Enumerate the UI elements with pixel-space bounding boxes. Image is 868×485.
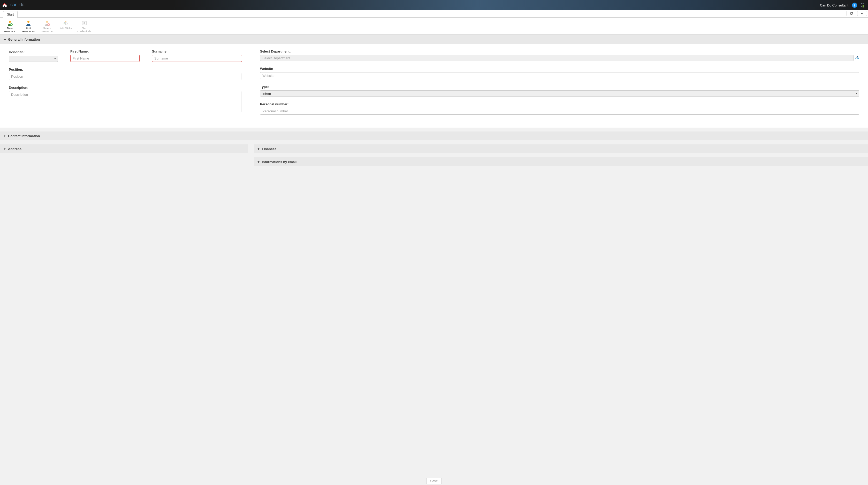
help-button[interactable]: ? — [852, 3, 857, 8]
firstname-label: First Name: — [70, 50, 140, 53]
section-finances: + Finances — [254, 144, 868, 153]
surname-label: Surname: — [152, 50, 242, 53]
svg-point-13 — [64, 23, 65, 24]
delete-resource-label: Delete resource — [42, 27, 53, 33]
plus-icon: + — [4, 147, 6, 151]
department-placeholder: Select Department — [260, 56, 853, 60]
position-input[interactable] — [9, 73, 241, 80]
department-label: Select Department: — [260, 50, 859, 53]
section-address: + Address — [0, 144, 248, 153]
collapse-button[interactable] — [857, 11, 867, 16]
logo: can do — [10, 2, 42, 9]
svg-point-7 — [9, 21, 11, 23]
type-select[interactable]: Intern ▼ — [260, 90, 859, 96]
footer: Save — [0, 477, 868, 485]
svg-text:do: do — [20, 2, 24, 7]
tab-start[interactable]: Start — [3, 11, 18, 18]
home-icon[interactable] — [2, 3, 7, 8]
firstname-input[interactable] — [70, 55, 140, 62]
svg-point-10 — [46, 21, 48, 23]
edit-resources-button[interactable]: Edit resources — [20, 20, 37, 33]
type-value: Intern — [260, 92, 854, 95]
section-general-title: General information — [8, 37, 40, 41]
set-credentials-label: Set credentials — [77, 27, 91, 33]
svg-text:can: can — [10, 2, 17, 7]
svg-rect-16 — [857, 56, 858, 57]
chevron-down-icon: ▼ — [854, 92, 859, 95]
type-label: Type: — [260, 85, 859, 89]
svg-point-5 — [861, 6, 862, 7]
department-select[interactable]: Select Department — [260, 55, 854, 61]
svg-point-9 — [27, 21, 29, 23]
svg-point-4 — [863, 3, 864, 4]
plus-icon: + — [257, 147, 260, 151]
section-finances-header[interactable]: + Finances — [254, 144, 868, 153]
app-header: can do Can Do Consultant ? — [0, 0, 868, 10]
delete-resource-button: Delete resource — [38, 20, 56, 33]
personalnumber-label: Personal number: — [260, 102, 859, 106]
edit-skills-button: Edit Skills — [57, 20, 74, 33]
tab-bar: Start — [0, 10, 868, 18]
section-contact-header[interactable]: + Contact information — [0, 132, 868, 140]
plus-icon: + — [257, 160, 260, 164]
surname-input[interactable] — [152, 55, 242, 62]
svg-rect-18 — [857, 58, 858, 59]
edit-resources-label: Edit resources — [22, 27, 35, 33]
svg-rect-6 — [863, 5, 864, 7]
svg-point-12 — [65, 21, 66, 22]
description-textarea[interactable] — [9, 91, 241, 112]
set-credentials-button: Set credentials — [75, 20, 93, 33]
chevron-down-icon: ▼ — [53, 57, 58, 60]
section-address-header[interactable]: + Address — [0, 144, 248, 153]
org-chart-icon[interactable] — [855, 56, 859, 60]
person-delete-icon — [44, 20, 50, 26]
person-icon — [25, 20, 32, 26]
section-email-title: Informations by email — [262, 160, 297, 164]
header-right: Can Do Consultant ? — [820, 3, 866, 8]
svg-point-3 — [861, 3, 862, 4]
user-name[interactable]: Can Do Consultant — [820, 3, 848, 7]
section-email-info: + Informations by email — [254, 158, 868, 166]
credentials-icon — [81, 20, 87, 26]
section-finances-title: Finances — [262, 147, 276, 151]
minus-icon: − — [4, 37, 6, 41]
honorific-select[interactable]: ▼ — [9, 56, 58, 62]
personalnumber-input[interactable] — [260, 108, 859, 115]
new-resource-label: New resource — [4, 27, 16, 33]
website-input[interactable] — [260, 72, 859, 79]
save-button[interactable]: Save — [426, 478, 442, 484]
section-email-header[interactable]: + Informations by email — [254, 158, 868, 166]
edit-skills-label: Edit Skills — [59, 27, 72, 30]
status-indicator-icon[interactable] — [861, 3, 865, 8]
toolbar: New resource Edit resources Delete resou… — [0, 18, 868, 35]
svg-rect-2 — [20, 3, 25, 3]
svg-point-15 — [84, 22, 85, 23]
website-label: Website — [260, 67, 859, 70]
section-contact-information: + Contact information — [0, 132, 868, 140]
description-label: Description: — [9, 86, 241, 90]
person-add-icon — [7, 20, 13, 26]
section-general-header[interactable]: − General information — [0, 35, 868, 44]
section-address-title: Address — [8, 147, 22, 151]
skills-icon — [63, 20, 69, 26]
honorific-label: Honorific: — [9, 50, 58, 54]
section-contact-title: Contact information — [8, 134, 40, 138]
plus-icon: + — [4, 134, 6, 138]
new-resource-button[interactable]: New resource — [1, 20, 19, 33]
refresh-button[interactable] — [846, 11, 856, 16]
svg-rect-17 — [855, 58, 856, 59]
svg-rect-19 — [858, 58, 859, 59]
section-general-information: − General information Honorific: ▼ First… — [0, 35, 868, 127]
position-label: Position: — [9, 67, 241, 72]
